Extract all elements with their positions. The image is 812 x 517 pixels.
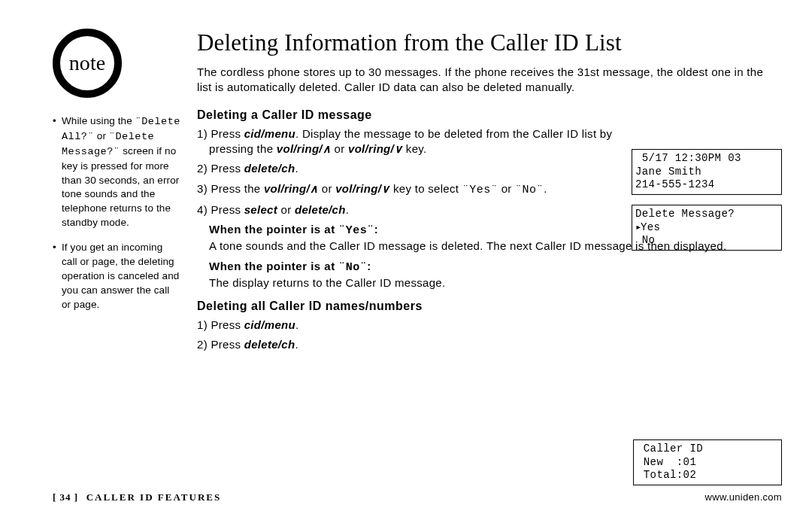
when-no-block: When the pointer is at ¨No¨: The display… <box>209 259 765 291</box>
step-1: 1) Press cid/menu. Display the message t… <box>197 126 648 157</box>
note-item-1: While using the ¨Delete All?¨ or ¨Delete… <box>53 114 180 230</box>
lcd-screen-callerid: 5/17 12:30PM 03 Jane Smith 214-555-1234 <box>632 149 782 195</box>
lcd-screen-delete-prompt: Delete Message? ▸Yes No <box>632 205 782 251</box>
sidebar-note: note While using the ¨Delete All?¨ or ¨D… <box>53 27 180 502</box>
heading-delete-message: Deleting a Caller ID message <box>197 107 782 123</box>
step-4: 4) Press select or delete/ch. <box>197 202 648 217</box>
note-circle-icon: note <box>53 29 122 98</box>
intro-paragraph: The cordless phone stores up to 30 messa… <box>197 65 776 96</box>
note-list: While using the ¨Delete All?¨ or ¨Delete… <box>53 114 180 312</box>
page-number: [ 34 ] <box>53 491 78 503</box>
pointer-icon: ▸ <box>635 221 641 235</box>
main-content: Deleting Information from the Caller ID … <box>197 27 782 502</box>
footer-left: [ 34 ] CALLER ID FEATURES <box>53 491 221 503</box>
section-name: CALLER ID FEATURES <box>86 491 222 503</box>
note-item-2: If you get an incoming call or page, the… <box>53 241 180 312</box>
page-footer: [ 34 ] CALLER ID FEATURES www.uniden.com <box>53 491 782 503</box>
step-2: 2) Press delete/ch. <box>197 161 648 176</box>
footer-url: www.uniden.com <box>705 491 782 503</box>
step-b2: 2) Press delete/ch. <box>197 337 648 352</box>
heading-delete-all: Deleting all Caller ID names/numbers <box>197 298 782 315</box>
lcd-screen-summary: Caller ID New :01 Total:02 <box>633 439 782 485</box>
step-b1: 1) Press cid/menu. <box>197 318 648 333</box>
note-label: note <box>69 48 106 78</box>
page-title: Deleting Information from the Caller ID … <box>197 27 782 59</box>
